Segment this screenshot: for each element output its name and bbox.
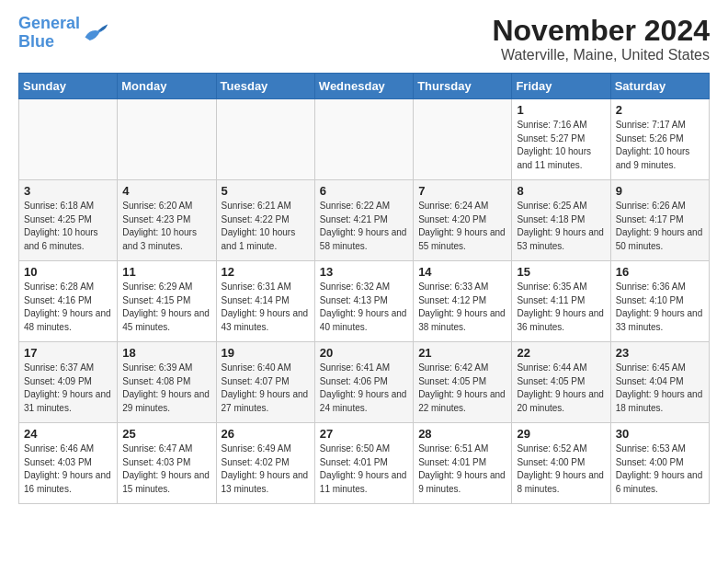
day-info: Sunrise: 6:25 AM Sunset: 4:18 PM Dayligh… <box>517 200 605 253</box>
day-number: 27 <box>320 427 408 441</box>
day-info: Sunrise: 6:52 AM Sunset: 4:00 PM Dayligh… <box>517 442 605 496</box>
page-subtitle: Waterville, Maine, United States <box>492 47 710 63</box>
calendar-cell: 23Sunrise: 6:45 AM Sunset: 4:04 PM Dayli… <box>610 342 709 423</box>
calendar-cell: 12Sunrise: 6:31 AM Sunset: 4:14 PM Dayli… <box>216 261 314 342</box>
day-info: Sunrise: 6:49 AM Sunset: 4:02 PM Dayligh… <box>222 442 310 496</box>
day-info: Sunrise: 6:33 AM Sunset: 4:12 PM Dayligh… <box>418 281 506 334</box>
calendar-cell: 21Sunrise: 6:42 AM Sunset: 4:05 PM Dayli… <box>414 342 512 423</box>
day-number: 6 <box>320 184 408 198</box>
day-info: Sunrise: 6:31 AM Sunset: 4:14 PM Dayligh… <box>222 281 310 334</box>
day-info: Sunrise: 7:17 AM Sunset: 5:26 PM Dayligh… <box>616 119 704 172</box>
calendar-week-row: 3Sunrise: 6:18 AM Sunset: 4:25 PM Daylig… <box>19 180 710 261</box>
calendar-cell: 28Sunrise: 6:51 AM Sunset: 4:01 PM Dayli… <box>414 423 512 504</box>
calendar-cell: 2Sunrise: 7:17 AM Sunset: 5:26 PM Daylig… <box>610 99 709 180</box>
day-number: 10 <box>24 265 112 279</box>
day-info: Sunrise: 6:35 AM Sunset: 4:11 PM Dayligh… <box>517 281 605 334</box>
day-number: 7 <box>418 184 506 198</box>
day-number: 16 <box>616 265 704 279</box>
calendar-table: SundayMondayTuesdayWednesdayThursdayFrid… <box>18 73 710 504</box>
day-info: Sunrise: 6:18 AM Sunset: 4:25 PM Dayligh… <box>24 200 112 253</box>
day-info: Sunrise: 6:50 AM Sunset: 4:01 PM Dayligh… <box>320 442 408 496</box>
day-number: 21 <box>418 346 506 360</box>
day-info: Sunrise: 6:41 AM Sunset: 4:06 PM Dayligh… <box>320 362 408 415</box>
day-number: 29 <box>517 427 605 441</box>
day-info: Sunrise: 6:22 AM Sunset: 4:21 PM Dayligh… <box>320 200 408 253</box>
calendar-week-row: 10Sunrise: 6:28 AM Sunset: 4:16 PM Dayli… <box>19 261 710 342</box>
calendar-cell: 30Sunrise: 6:53 AM Sunset: 4:00 PM Dayli… <box>610 423 709 504</box>
day-number: 1 <box>517 103 605 117</box>
day-info: Sunrise: 6:26 AM Sunset: 4:17 PM Dayligh… <box>616 200 704 253</box>
day-info: Sunrise: 6:32 AM Sunset: 4:13 PM Dayligh… <box>320 281 408 334</box>
calendar-cell: 26Sunrise: 6:49 AM Sunset: 4:02 PM Dayli… <box>216 423 314 504</box>
calendar-cell <box>118 99 216 180</box>
day-info: Sunrise: 6:24 AM Sunset: 4:20 PM Dayligh… <box>418 200 506 253</box>
calendar-cell: 9Sunrise: 6:26 AM Sunset: 4:17 PM Daylig… <box>610 180 709 261</box>
calendar-cell: 16Sunrise: 6:36 AM Sunset: 4:10 PM Dayli… <box>610 261 709 342</box>
page-header: GeneralBlue November 2024 Waterville, Ma… <box>18 15 710 63</box>
calendar-cell: 22Sunrise: 6:44 AM Sunset: 4:05 PM Dayli… <box>512 342 610 423</box>
calendar-cell: 6Sunrise: 6:22 AM Sunset: 4:21 PM Daylig… <box>314 180 413 261</box>
calendar-cell <box>216 99 314 180</box>
calendar-cell: 13Sunrise: 6:32 AM Sunset: 4:13 PM Dayli… <box>314 261 413 342</box>
day-info: Sunrise: 6:47 AM Sunset: 4:03 PM Dayligh… <box>122 442 210 496</box>
day-number: 23 <box>616 346 704 360</box>
day-info: Sunrise: 6:39 AM Sunset: 4:08 PM Dayligh… <box>122 362 210 415</box>
day-number: 3 <box>24 184 112 198</box>
day-number: 24 <box>24 427 112 441</box>
day-number: 9 <box>616 184 704 198</box>
day-number: 11 <box>122 265 210 279</box>
day-info: Sunrise: 6:51 AM Sunset: 4:01 PM Dayligh… <box>418 442 506 496</box>
day-info: Sunrise: 6:53 AM Sunset: 4:00 PM Dayligh… <box>616 442 704 496</box>
calendar-week-row: 17Sunrise: 6:37 AM Sunset: 4:09 PM Dayli… <box>19 342 710 423</box>
day-number: 26 <box>222 427 310 441</box>
day-info: Sunrise: 7:16 AM Sunset: 5:27 PM Dayligh… <box>517 119 605 172</box>
day-number: 8 <box>517 184 605 198</box>
day-number: 2 <box>616 103 704 117</box>
day-info: Sunrise: 6:21 AM Sunset: 4:22 PM Dayligh… <box>222 200 310 253</box>
calendar-cell: 5Sunrise: 6:21 AM Sunset: 4:22 PM Daylig… <box>216 180 314 261</box>
day-number: 12 <box>222 265 310 279</box>
day-number: 13 <box>320 265 408 279</box>
logo-bird-icon <box>82 22 108 44</box>
day-number: 17 <box>24 346 112 360</box>
title-block: November 2024 Waterville, Maine, United … <box>492 15 710 63</box>
column-header-thursday: Thursday <box>414 74 512 99</box>
calendar-cell: 4Sunrise: 6:20 AM Sunset: 4:23 PM Daylig… <box>118 180 216 261</box>
calendar-cell: 24Sunrise: 6:46 AM Sunset: 4:03 PM Dayli… <box>19 423 118 504</box>
column-header-tuesday: Tuesday <box>216 74 314 99</box>
day-info: Sunrise: 6:29 AM Sunset: 4:15 PM Dayligh… <box>122 281 210 334</box>
calendar-cell: 10Sunrise: 6:28 AM Sunset: 4:16 PM Dayli… <box>19 261 118 342</box>
calendar-cell: 7Sunrise: 6:24 AM Sunset: 4:20 PM Daylig… <box>414 180 512 261</box>
calendar-cell: 14Sunrise: 6:33 AM Sunset: 4:12 PM Dayli… <box>414 261 512 342</box>
day-info: Sunrise: 6:28 AM Sunset: 4:16 PM Dayligh… <box>24 281 112 334</box>
calendar-header-row: SundayMondayTuesdayWednesdayThursdayFrid… <box>19 74 710 99</box>
day-number: 5 <box>222 184 310 198</box>
day-number: 28 <box>418 427 506 441</box>
calendar-cell: 17Sunrise: 6:37 AM Sunset: 4:09 PM Dayli… <box>19 342 118 423</box>
calendar-cell: 27Sunrise: 6:50 AM Sunset: 4:01 PM Dayli… <box>314 423 413 504</box>
calendar-cell <box>314 99 413 180</box>
calendar-cell: 11Sunrise: 6:29 AM Sunset: 4:15 PM Dayli… <box>118 261 216 342</box>
day-info: Sunrise: 6:20 AM Sunset: 4:23 PM Dayligh… <box>122 200 210 253</box>
day-info: Sunrise: 6:37 AM Sunset: 4:09 PM Dayligh… <box>24 362 112 415</box>
calendar-cell: 29Sunrise: 6:52 AM Sunset: 4:00 PM Dayli… <box>512 423 610 504</box>
column-header-wednesday: Wednesday <box>314 74 413 99</box>
column-header-sunday: Sunday <box>19 74 118 99</box>
calendar-cell <box>414 99 512 180</box>
column-header-friday: Friday <box>512 74 610 99</box>
logo: GeneralBlue <box>18 15 108 52</box>
calendar-week-row: 24Sunrise: 6:46 AM Sunset: 4:03 PM Dayli… <box>19 423 710 504</box>
day-number: 15 <box>517 265 605 279</box>
day-number: 19 <box>222 346 310 360</box>
day-number: 25 <box>122 427 210 441</box>
day-number: 14 <box>418 265 506 279</box>
day-number: 22 <box>517 346 605 360</box>
calendar-cell <box>19 99 118 180</box>
calendar-cell: 20Sunrise: 6:41 AM Sunset: 4:06 PM Dayli… <box>314 342 413 423</box>
day-info: Sunrise: 6:46 AM Sunset: 4:03 PM Dayligh… <box>24 442 112 496</box>
day-number: 20 <box>320 346 408 360</box>
calendar-cell: 15Sunrise: 6:35 AM Sunset: 4:11 PM Dayli… <box>512 261 610 342</box>
day-info: Sunrise: 6:42 AM Sunset: 4:05 PM Dayligh… <box>418 362 506 415</box>
calendar-cell: 8Sunrise: 6:25 AM Sunset: 4:18 PM Daylig… <box>512 180 610 261</box>
day-info: Sunrise: 6:40 AM Sunset: 4:07 PM Dayligh… <box>222 362 310 415</box>
